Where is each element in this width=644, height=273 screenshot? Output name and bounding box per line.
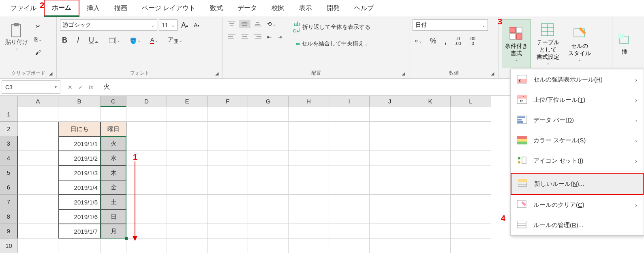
cell-B2[interactable]: 日にち [58, 122, 101, 136]
cell-C1[interactable] [101, 107, 126, 122]
row-header-10[interactable]: 10 [0, 239, 18, 253]
cell-F6[interactable] [208, 180, 248, 195]
conditional-formatting-button[interactable]: 条件付き 書式⌄ [502, 19, 531, 68]
cell-A4[interactable] [18, 151, 58, 166]
cell-A8[interactable] [18, 209, 58, 224]
col-header-K[interactable]: K [410, 96, 451, 107]
align-bottom-button[interactable] [252, 20, 263, 28]
cell-K9[interactable] [410, 224, 451, 239]
menu-data-bars[interactable]: データ バー(D)› [511, 110, 644, 130]
cell-I5[interactable] [329, 166, 370, 180]
merge-center-button[interactable]: ⇔ セルを結合して中央揃え [291, 39, 372, 49]
cell-B10[interactable] [58, 239, 101, 253]
cell-L5[interactable] [451, 166, 491, 180]
cell-E9[interactable] [167, 224, 208, 239]
orientation-button[interactable]: ⟲ [265, 19, 278, 28]
cell-L4[interactable] [451, 151, 491, 166]
comma-button[interactable]: , [443, 35, 449, 47]
row-header-9[interactable]: 9 [0, 224, 18, 239]
row-header-4[interactable]: 4 [0, 151, 18, 166]
cell-A7[interactable] [18, 195, 58, 209]
col-header-C[interactable]: C [101, 96, 126, 107]
row-header-1[interactable]: 1 [0, 107, 18, 122]
cell-I7[interactable] [329, 195, 370, 209]
copy-button[interactable]: ⎘ [32, 35, 44, 44]
cell-D7[interactable] [126, 195, 167, 209]
cell-K8[interactable] [410, 209, 451, 224]
tab-file[interactable]: ファイル [3, 1, 44, 16]
cell-G2[interactable] [248, 122, 289, 136]
cell-A10[interactable] [18, 239, 58, 253]
format-painter-button[interactable]: 🖌 [32, 48, 44, 57]
cell-B4[interactable]: 2019/1/2 [58, 151, 101, 166]
cell-H10[interactable] [289, 239, 329, 253]
fill-handle[interactable] [125, 237, 128, 240]
cell-G4[interactable] [248, 151, 289, 166]
cell-D5[interactable] [126, 166, 167, 180]
cell-G5[interactable] [248, 166, 289, 180]
cell-H8[interactable] [289, 209, 329, 224]
cell-I4[interactable] [329, 151, 370, 166]
insert-cells-button[interactable]: 挿 [616, 19, 633, 68]
cell-K4[interactable] [410, 151, 451, 166]
cell-C3[interactable]: 火 [101, 136, 126, 151]
cell-G6[interactable] [248, 180, 289, 195]
menu-clear-rules[interactable]: ルールのクリア(C)› [511, 195, 644, 215]
menu-manage-rules[interactable]: ルールの管理(R)... [511, 215, 644, 235]
col-header-E[interactable]: E [167, 96, 208, 107]
cells-area[interactable]: 日にち曜日2019/1/1火2019/1/2水2019/1/3木2019/1/4… [18, 107, 491, 253]
cell-D8[interactable] [126, 209, 167, 224]
align-middle-button[interactable] [239, 20, 250, 28]
cell-B5[interactable]: 2019/1/3 [58, 166, 101, 180]
cell-A1[interactable] [18, 107, 58, 122]
cell-I3[interactable] [329, 136, 370, 151]
wrap-text-button[interactable]: abc↲ 折り返して全体を表示する [291, 19, 372, 35]
cell-I8[interactable] [329, 209, 370, 224]
col-header-B[interactable]: B [58, 96, 101, 107]
cell-H6[interactable] [289, 180, 329, 195]
cell-E10[interactable] [167, 239, 208, 253]
cell-E2[interactable] [167, 122, 208, 136]
tab-pagelayout[interactable]: ページ レイアウト [135, 1, 203, 16]
cell-F2[interactable] [208, 122, 248, 136]
name-box[interactable]: C3▾ [2, 80, 60, 94]
number-format-select[interactable]: 日付⌄ [413, 19, 488, 31]
accounting-button[interactable]: ¤ [413, 37, 424, 45]
cell-I1[interactable] [329, 107, 370, 122]
cell-I9[interactable] [329, 224, 370, 239]
cell-H1[interactable] [289, 107, 329, 122]
align-left-button[interactable] [226, 33, 237, 41]
percent-button[interactable]: % [428, 36, 439, 47]
cell-C6[interactable]: 金 [101, 180, 126, 195]
bold-button[interactable]: B [60, 35, 69, 46]
cell-C2[interactable]: 曜日 [101, 122, 126, 136]
cell-K6[interactable] [410, 180, 451, 195]
tab-insert[interactable]: 挿入 [79, 1, 107, 16]
enter-icon[interactable]: ✓ [78, 84, 83, 90]
cell-L1[interactable] [451, 107, 491, 122]
cell-J4[interactable] [370, 151, 410, 166]
cell-G1[interactable] [248, 107, 289, 122]
col-header-H[interactable]: H [289, 96, 329, 107]
cell-H9[interactable] [289, 224, 329, 239]
font-size-select[interactable]: 11⌄ [159, 19, 178, 31]
menu-highlight-rules[interactable]: ≤ セルの強調表示ルール(H)› [511, 69, 644, 90]
cell-H4[interactable] [289, 151, 329, 166]
menu-icon-sets[interactable]: アイコン セット(I)› [511, 150, 644, 171]
cell-A2[interactable] [18, 122, 58, 136]
align-center-button[interactable] [239, 33, 250, 41]
cell-F10[interactable] [208, 239, 248, 253]
cell-B9[interactable]: 2019/1/7 [58, 224, 101, 239]
increase-indent-button[interactable]: ⇥ [276, 32, 285, 41]
cell-L8[interactable] [451, 209, 491, 224]
col-header-J[interactable]: J [370, 96, 410, 107]
cell-F9[interactable] [208, 224, 248, 239]
row-header-6[interactable]: 6 [0, 180, 18, 195]
cell-C5[interactable]: 木 [101, 166, 126, 180]
cell-J9[interactable] [370, 224, 410, 239]
decrease-indent-button[interactable]: ⇤ [265, 32, 274, 41]
menu-new-rule[interactable]: 新しいルール(N)... [511, 173, 644, 195]
font-name-select[interactable]: 游ゴシック⌄ [60, 19, 157, 31]
tab-help[interactable]: ヘルプ [347, 1, 381, 16]
cell-F3[interactable] [208, 136, 248, 151]
